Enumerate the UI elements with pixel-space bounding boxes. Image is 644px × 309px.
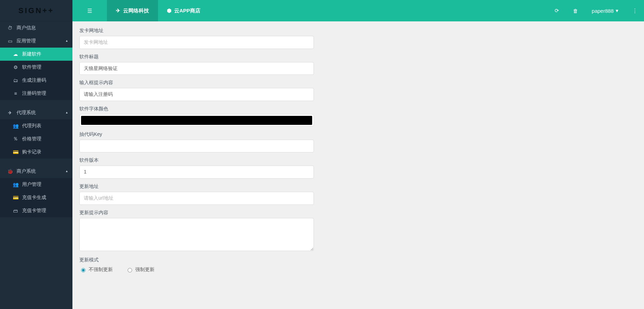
paper-plane-icon: ✈ bbox=[116, 8, 120, 14]
tab-label: 云网络科技 bbox=[123, 8, 149, 14]
bug-icon: 🐞 bbox=[6, 169, 14, 174]
sidebar-item-recharge-gen[interactable]: 💳 充值卡生成 bbox=[0, 191, 72, 204]
sidebar-item-merchant-info[interactable]: ⏱ 商户信息 bbox=[0, 21, 72, 34]
window-icon: ▭ bbox=[6, 38, 14, 44]
user-menu[interactable]: paper888 ▾ bbox=[585, 0, 625, 21]
paper-plane-icon: ✈ bbox=[6, 110, 14, 116]
sidebar-item-label: 代理列表 bbox=[22, 123, 41, 129]
sidebar-item-label: 充值卡生成 bbox=[22, 195, 46, 201]
input-input-hint[interactable] bbox=[79, 88, 314, 101]
more-icon: ⋮ bbox=[632, 8, 637, 14]
tab-cloud-network[interactable]: ✈ 云网络科技 bbox=[107, 0, 158, 21]
trash-icon: 🗑 bbox=[573, 8, 578, 14]
sidebar-item-label: 软件管理 bbox=[22, 64, 41, 70]
sidebar-item-label: 生成注册码 bbox=[22, 77, 46, 83]
label-update-mode: 更新模式 bbox=[79, 257, 314, 263]
input-version[interactable] bbox=[79, 166, 314, 179]
radio-label: 不强制更新 bbox=[89, 267, 113, 273]
sidebar-item-label: 注册码管理 bbox=[22, 90, 46, 97]
sidebar-item-price-manage[interactable]: ％ 价格管理 bbox=[0, 132, 72, 146]
refresh-icon: ⟳ bbox=[555, 8, 559, 14]
chevron-up-icon: ▴ bbox=[66, 39, 68, 42]
color-preview bbox=[81, 116, 312, 125]
card-icon: 💳 bbox=[12, 195, 19, 200]
sidebar-item-label: 代理系统 bbox=[17, 110, 36, 116]
input-card-url[interactable] bbox=[79, 36, 314, 49]
content: 发卡网地址 软件标题 输入框提示内容 软件字体颜色 bbox=[72, 21, 644, 309]
id-icon: 🗂 bbox=[12, 78, 19, 83]
radio-force-update[interactable]: 强制更新 bbox=[126, 267, 155, 273]
label-input-hint: 输入框提示内容 bbox=[79, 80, 314, 86]
trash-button[interactable]: 🗑 bbox=[566, 0, 585, 21]
username: paper888 bbox=[592, 8, 614, 14]
label-update-hint: 更新提示内容 bbox=[79, 210, 314, 216]
caret-down-icon: ▾ bbox=[616, 8, 618, 14]
sidebar-group-merchant[interactable]: 🐞 商户系统 ▴ bbox=[0, 165, 72, 178]
chevron-up-icon: ▴ bbox=[66, 169, 68, 173]
sidebar-item-label: 商户信息 bbox=[17, 25, 36, 31]
sidebar-item-label: 价格管理 bbox=[22, 136, 41, 142]
sidebar-item-regcode-manage[interactable]: ≡ 注册码管理 bbox=[0, 87, 72, 100]
label-extract-key: 抽代码Key bbox=[79, 131, 314, 138]
sidebar-item-purchase-record[interactable]: 💳 购卡记录 bbox=[0, 146, 72, 159]
input-update-hint[interactable] bbox=[79, 218, 314, 251]
users-icon: 👥 bbox=[12, 182, 19, 187]
label-version: 软件版本 bbox=[79, 157, 314, 163]
radio-input[interactable] bbox=[81, 268, 86, 272]
input-title[interactable] bbox=[79, 62, 314, 75]
radio-no-force-update[interactable]: 不强制更新 bbox=[79, 267, 113, 273]
sidebar-item-gen-regcode[interactable]: 🗂 生成注册码 bbox=[0, 74, 72, 87]
label-title: 软件标题 bbox=[79, 54, 314, 60]
sidebar-item-recharge-manage[interactable]: 🗃 充值卡管理 bbox=[0, 204, 72, 217]
dashboard-icon: ⏱ bbox=[6, 25, 14, 31]
sidebar-item-user-manage[interactable]: 👥 用户管理 bbox=[0, 178, 72, 191]
toggle-sidebar-button[interactable]: ☰ bbox=[72, 0, 107, 21]
sidebar-item-label: 新建软件 bbox=[22, 51, 41, 57]
form: 发卡网地址 软件标题 输入框提示内容 软件字体颜色 bbox=[79, 28, 314, 273]
cards-icon: 🗃 bbox=[12, 208, 19, 213]
input-update-url[interactable] bbox=[79, 192, 314, 205]
input-extract-key[interactable] bbox=[79, 140, 314, 153]
label-font-color: 软件字体颜色 bbox=[79, 106, 314, 112]
cloud-icon: ☁ bbox=[12, 51, 19, 57]
sidebar-item-label: 用户管理 bbox=[22, 181, 41, 188]
logo-text: SIGN++ bbox=[18, 6, 54, 15]
sidebar-item-label: 应用管理 bbox=[17, 38, 36, 44]
sidebar-item-label: 商户系统 bbox=[17, 168, 36, 175]
sidebar-item-label: 购卡记录 bbox=[22, 149, 41, 155]
card-icon: 💳 bbox=[12, 149, 19, 155]
users-icon: 👥 bbox=[12, 123, 19, 129]
label-update-url: 更新地址 bbox=[79, 183, 314, 190]
sidebar-item-new-software[interactable]: ☁ 新建软件 bbox=[0, 48, 72, 61]
sidebar: SIGN++ ⏱ 商户信息 ▭ 应用管理 ▴ ☁ 新建软件 ⚙ 软件管理 bbox=[0, 0, 72, 309]
percent-icon: ％ bbox=[12, 136, 19, 142]
list-icon: ≡ bbox=[12, 91, 19, 96]
tab-cloud-app-store[interactable]: ⬢ 云APP商店 bbox=[158, 0, 209, 21]
input-font-color[interactable] bbox=[79, 114, 314, 127]
sidebar-item-agent-list[interactable]: 👥 代理列表 bbox=[0, 119, 72, 132]
topbar: ☰ ✈ 云网络科技 ⬢ 云APP商店 ⟳ 🗑 paper888 ▾ ⋮ bbox=[72, 0, 644, 21]
indent-icon: ☰ bbox=[87, 8, 92, 14]
sidebar-item-label: 充值卡管理 bbox=[22, 208, 46, 214]
cogs-icon: ⚙ bbox=[12, 64, 19, 70]
dropbox-icon: ⬢ bbox=[167, 8, 171, 14]
logo: SIGN++ bbox=[0, 0, 72, 21]
refresh-button[interactable]: ⟳ bbox=[548, 0, 566, 21]
more-button[interactable]: ⋮ bbox=[625, 0, 644, 21]
radio-label: 强制更新 bbox=[135, 267, 155, 273]
sidebar-group-agent[interactable]: ✈ 代理系统 ▴ bbox=[0, 106, 72, 119]
sidebar-item-software-manage[interactable]: ⚙ 软件管理 bbox=[0, 61, 72, 74]
chevron-up-icon: ▴ bbox=[66, 110, 68, 114]
sidebar-group-app-manage[interactable]: ▭ 应用管理 ▴ bbox=[0, 34, 72, 48]
label-card-url: 发卡网地址 bbox=[79, 28, 314, 34]
main: ☰ ✈ 云网络科技 ⬢ 云APP商店 ⟳ 🗑 paper888 ▾ ⋮ bbox=[72, 0, 644, 309]
tab-label: 云APP商店 bbox=[174, 8, 200, 14]
radio-input[interactable] bbox=[128, 268, 132, 272]
radio-group-update-mode: 不强制更新 强制更新 bbox=[79, 265, 314, 273]
